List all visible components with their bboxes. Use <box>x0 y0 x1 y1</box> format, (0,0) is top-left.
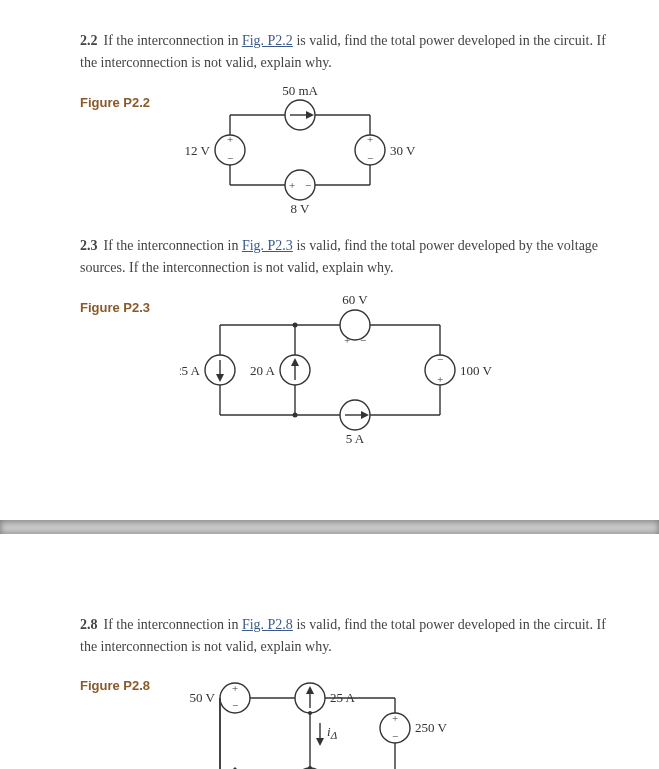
text-part-a: If the interconnection in <box>104 238 242 253</box>
text-part-a: If the interconnection in <box>104 33 242 48</box>
label-top: 50 mA <box>282 85 318 98</box>
page-1: 2.2If the interconnection in Fig. P2.2 i… <box>0 0 659 520</box>
problem-number: 2.3 <box>80 238 98 253</box>
svg-text:−: − <box>232 699 238 711</box>
svg-point-46 <box>293 322 298 327</box>
problem-2-8: 2.8If the interconnection in Fig. P2.8 i… <box>80 614 609 769</box>
figure-label: Figure P2.2 <box>80 95 150 110</box>
circuit-diagram-p28: + − 50 V 25 A + − 250 V − + 6iΔ <box>180 668 460 769</box>
svg-point-80 <box>308 711 312 715</box>
problem-number: 2.8 <box>80 617 98 632</box>
label-left: 25 A <box>180 363 201 378</box>
svg-marker-75 <box>316 738 324 746</box>
label-right: 100 V <box>460 363 493 378</box>
figure-link-p28[interactable]: Fig. P2.8 <box>242 617 293 632</box>
figure-link-p22[interactable]: Fig. P2.2 <box>242 33 293 48</box>
svg-text:−: − <box>360 334 366 346</box>
page-2: 2.8If the interconnection in Fig. P2.8 i… <box>0 534 659 769</box>
problem-text: 2.3If the interconnection in Fig. P2.3 i… <box>80 235 609 280</box>
problem-2-3: 2.3If the interconnection in Fig. P2.3 i… <box>80 235 609 460</box>
problem-text: 2.2If the interconnection in Fig. P2.2 i… <box>80 30 609 75</box>
figure-link-p23[interactable]: Fig. P2.3 <box>242 238 293 253</box>
svg-text:+: + <box>227 133 233 145</box>
label-mid: 20 A <box>250 363 276 378</box>
svg-text:−: − <box>392 730 398 742</box>
svg-text:iΔ: iΔ <box>327 724 337 741</box>
circuit-diagram-p23: + − 60 V 25 A 20 A − + 100 V <box>180 290 500 460</box>
label-right: 30 V <box>390 143 416 158</box>
svg-text:+: + <box>437 373 443 385</box>
svg-text:−: − <box>227 152 233 164</box>
svg-point-47 <box>293 412 298 417</box>
label-bottom: 8 V <box>291 201 311 215</box>
figure-container-p23: Figure P2.3 + − 60 V <box>80 290 609 460</box>
label-right: 250 V <box>415 720 448 735</box>
label-bottom: 5 A <box>346 431 365 446</box>
problem-2-2: 2.2If the interconnection in Fig. P2.2 i… <box>80 30 609 215</box>
figure-label: Figure P2.8 <box>80 678 150 693</box>
svg-text:−: − <box>305 179 311 191</box>
label-tl: 50 V <box>190 690 216 705</box>
svg-text:+: + <box>232 682 238 694</box>
page-separator <box>0 520 659 534</box>
figure-container-p28: Figure P2.8 + − 50 V <box>80 668 609 769</box>
svg-text:+: + <box>289 179 295 191</box>
circuit-diagram-p22: 50 mA + − 12 V + − 30 V + − 8 V <box>180 85 430 215</box>
figure-label: Figure P2.3 <box>80 300 150 315</box>
svg-text:+: + <box>392 712 398 724</box>
svg-text:+: + <box>367 133 373 145</box>
svg-text:+: + <box>344 334 350 346</box>
problem-text: 2.8If the interconnection in Fig. P2.8 i… <box>80 614 609 659</box>
text-part-a: If the interconnection in <box>104 617 242 632</box>
label-dep-sub: Δ <box>330 729 337 741</box>
label-top: 60 V <box>342 292 368 307</box>
svg-text:−: − <box>437 353 443 365</box>
svg-text:−: − <box>367 152 373 164</box>
label-tr: 25 A <box>330 690 356 705</box>
label-left: 12 V <box>185 143 211 158</box>
figure-container-p22: Figure P2.2 50 mA + − 12 V <box>80 85 609 215</box>
problem-number: 2.2 <box>80 33 98 48</box>
